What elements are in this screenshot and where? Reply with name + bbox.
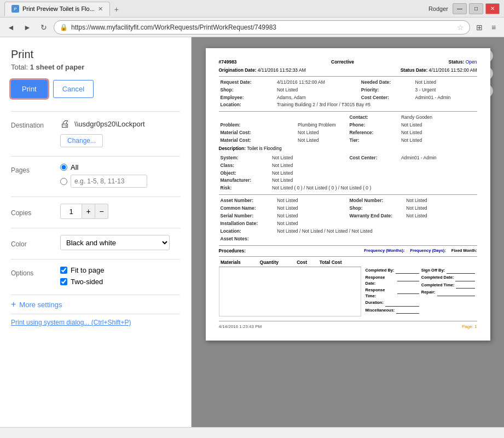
menu-icon[interactable]: ≡ xyxy=(488,21,500,33)
tab-area: P Print Preview Toilet is Flo... ✕ + xyxy=(4,2,123,16)
window-controls: Rodger — □ ✕ xyxy=(428,3,500,14)
maximize-button[interactable]: □ xyxy=(469,3,483,14)
work-order-number: #749983 xyxy=(219,59,237,66)
user-name: Rodger xyxy=(428,5,448,12)
divider xyxy=(11,111,180,112)
printer-icon: 🖨 xyxy=(60,118,70,130)
back-button[interactable]: ◄ xyxy=(4,21,18,34)
change-button[interactable]: Change... xyxy=(60,134,103,147)
print-title: Print xyxy=(11,48,180,61)
contact-info-table: Contact: Randy Gooden Problem: Plumbing … xyxy=(219,114,477,145)
color-label: Color xyxy=(11,237,60,248)
materials-table: Materials Quantity Cost Total Cost xyxy=(219,259,477,316)
pages-custom-input[interactable] xyxy=(71,175,147,188)
pages-custom-option[interactable] xyxy=(60,175,147,188)
status-bar xyxy=(0,427,504,438)
two-sided-label: Two-sided xyxy=(71,278,103,286)
color-select[interactable]: Black and white Color xyxy=(60,235,170,250)
pages-label: Pages xyxy=(11,163,60,188)
tab-title: Print Preview Toilet is Flo... xyxy=(22,5,95,12)
active-tab[interactable]: P Print Preview Toilet is Flo... ✕ xyxy=(4,2,110,16)
plus-icon: + xyxy=(11,299,16,309)
main-area: Print Total: 1 sheet of paper Print Canc… xyxy=(0,37,504,427)
status-date-row: Status Date: 4/11/2016 11:52:00 AM xyxy=(401,67,477,74)
preview-area: ⊕ + − #749983 Corrective Status: xyxy=(192,37,504,427)
options-section: Options Fit to page Two-sided xyxy=(11,266,180,286)
cancel-button[interactable]: Cancel xyxy=(53,80,94,98)
pages-all-option[interactable]: All xyxy=(60,163,147,171)
print-button[interactable]: Print xyxy=(11,80,48,98)
system-info-table: System: Not Listed Cost Center: Admin01 … xyxy=(219,154,477,192)
options-checkboxes: Fit to page Two-sided xyxy=(60,266,104,286)
minimize-button[interactable]: — xyxy=(453,3,467,14)
address-bar[interactable]: 🔒 https://www.myfacilityfit.com/WorkRequ… xyxy=(54,20,470,34)
lock-icon: 🔒 xyxy=(60,24,68,31)
print-total: Total: 1 sheet of paper xyxy=(11,63,180,71)
new-tab-button[interactable]: + xyxy=(110,3,123,16)
doc-type: Corrective xyxy=(331,59,354,66)
destination-label: Destination xyxy=(11,118,60,147)
two-sided-checkbox[interactable] xyxy=(60,278,67,285)
copies-decrease-button[interactable]: − xyxy=(95,204,108,219)
copies-increase-button[interactable]: + xyxy=(82,204,95,219)
print-panel: Print Total: 1 sheet of paper Print Canc… xyxy=(0,37,192,427)
two-sided-option[interactable]: Two-sided xyxy=(60,278,104,286)
fit-to-page-label: Fit to page xyxy=(71,266,104,274)
pages-custom-radio[interactable] xyxy=(60,178,67,185)
title-bar: P Print Preview Toilet is Flo... ✕ + Rod… xyxy=(0,0,504,18)
doc-status: Status: Open xyxy=(449,59,477,66)
forward-button[interactable]: ► xyxy=(21,21,34,34)
copies-input[interactable] xyxy=(60,204,82,219)
tab-favicon: P xyxy=(11,5,19,13)
asset-info-table: Asset Number: Not Listed Model Number: N… xyxy=(219,197,477,243)
copies-label: Copies xyxy=(11,206,60,217)
orig-date-row: Origination Date: 4/11/2016 11:52:33 AM xyxy=(219,67,306,74)
more-settings-label: More settings xyxy=(19,301,62,309)
freq-headers: Frequency (Months): Frequency (Days): Fi… xyxy=(364,248,477,255)
divider2 xyxy=(11,156,180,157)
fit-to-page-option[interactable]: Fit to page xyxy=(60,266,104,274)
materials-empty-row: Completed By: Response Date: xyxy=(219,267,477,316)
options-label: Options xyxy=(11,266,60,286)
print-actions: Print Cancel xyxy=(11,80,180,98)
navigation-bar: ◄ ► ↻ 🔒 https://www.myfacilityfit.com/Wo… xyxy=(0,18,504,37)
url-text: https://www.myfacilityfit.com/WorkReques… xyxy=(71,24,454,31)
footer-date: 4/14/2016 1:23:43 PM xyxy=(219,324,262,330)
more-settings[interactable]: + More settings xyxy=(11,295,180,314)
procedures-row: Procedures: Frequency (Months): Frequenc… xyxy=(219,248,477,255)
pages-section: Pages All xyxy=(11,163,180,188)
destination-section: Destination 🖨 \\usdgr0ps20\Lockport Chan… xyxy=(11,118,180,147)
copies-section: Copies + − xyxy=(11,204,180,219)
description-row: Description: Toilet is Flooding xyxy=(219,146,477,152)
extensions-icon[interactable]: ⊞ xyxy=(473,21,485,33)
pages-radio-group: All xyxy=(60,163,147,188)
printer-name: \\usdgr0ps20\Lockport xyxy=(74,120,145,128)
footer-page: Page: 1 xyxy=(462,324,477,330)
refresh-button[interactable]: ↻ xyxy=(37,21,50,34)
bookmark-icon[interactable]: ☆ xyxy=(457,23,464,32)
doc-footer: 4/14/2016 1:23:43 PM Page: 1 xyxy=(219,321,477,330)
tab-close-icon[interactable]: ✕ xyxy=(98,5,103,13)
color-section: Color Black and white Color xyxy=(11,235,180,250)
divider4 xyxy=(11,228,180,228)
document-preview: #749983 Corrective Status: Open Originat… xyxy=(206,48,490,341)
fit-to-page-checkbox[interactable] xyxy=(60,267,67,274)
pages-all-radio[interactable] xyxy=(60,164,67,171)
close-button[interactable]: ✕ xyxy=(485,3,500,14)
destination-content: 🖨 \\usdgr0ps20\Lockport Change... xyxy=(60,118,145,147)
divider5 xyxy=(11,259,180,260)
completion-fields: Completed By: Response Date: xyxy=(366,268,475,314)
divider3 xyxy=(11,197,180,197)
copies-controls: + − xyxy=(60,204,108,219)
main-info-table: Request Date: 4/11/2016 11:52:00 AM Need… xyxy=(219,79,477,110)
system-dialog-link[interactable]: Print using system dialog... (Ctrl+Shift… xyxy=(11,319,131,326)
